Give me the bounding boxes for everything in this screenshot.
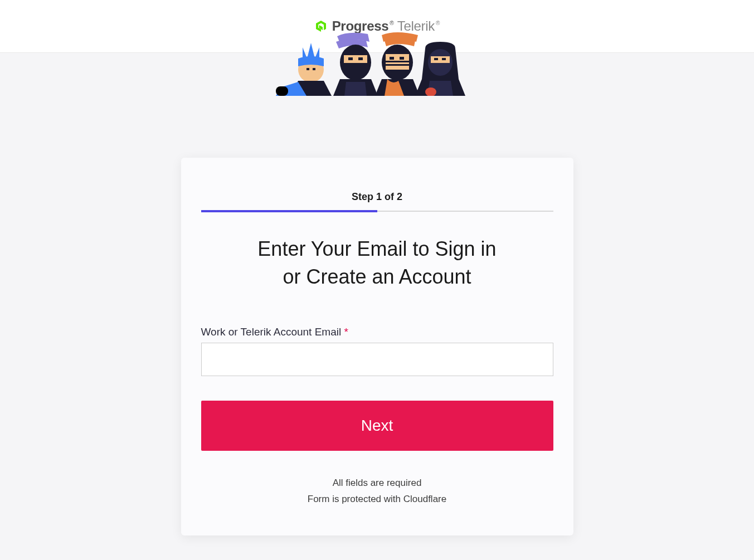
next-button[interactable]: Next [201, 401, 553, 451]
svg-rect-5 [348, 57, 353, 60]
footer-line-1: All fields are required [201, 475, 553, 491]
heading-line-1: Enter Your Email to Sign in [201, 235, 553, 263]
footer-line-2: Form is protected with Cloudflare [201, 491, 553, 508]
svg-rect-3 [276, 86, 288, 96]
svg-rect-2 [313, 68, 315, 70]
page-title: Enter Your Email to Sign in or Create an… [201, 235, 553, 291]
footer-note: All fields are required Form is protecte… [201, 475, 553, 508]
step-indicator: Step 1 of 2 [201, 191, 553, 203]
required-indicator: * [344, 326, 348, 338]
ninjas-illustration [276, 32, 479, 96]
heading-line-2: or Create an Account [201, 263, 553, 291]
progress-bar [201, 211, 553, 212]
progress-fill [201, 210, 377, 212]
svg-rect-8 [390, 57, 394, 60]
svg-rect-13 [434, 58, 438, 60]
email-field[interactable] [201, 343, 553, 376]
signin-card: Step 1 of 2 Enter Your Email to Sign in … [181, 158, 573, 535]
registered-mark: ® [436, 20, 440, 26]
email-label-text: Work or Telerik Account Email [201, 326, 342, 338]
page-background: Step 1 of 2 Enter Your Email to Sign in … [0, 53, 754, 560]
registered-mark: ® [390, 20, 393, 26]
svg-rect-11 [386, 64, 409, 66]
progress-icon [314, 20, 328, 33]
svg-rect-14 [442, 58, 446, 60]
svg-rect-6 [358, 57, 363, 60]
svg-rect-10 [386, 61, 409, 62]
svg-rect-1 [307, 68, 309, 70]
email-label: Work or Telerik Account Email * [201, 326, 553, 338]
svg-rect-9 [400, 57, 404, 60]
